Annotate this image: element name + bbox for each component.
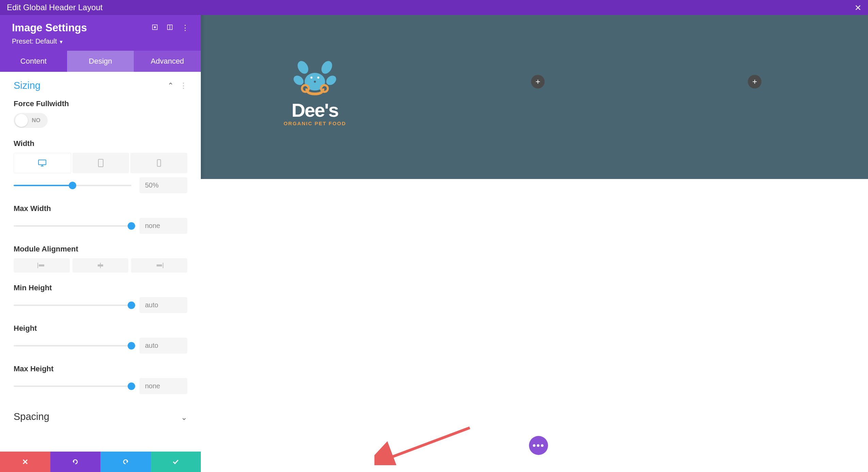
more-icon[interactable]: ⋮ — [181, 23, 189, 32]
svg-rect-10 — [39, 264, 44, 266]
force-fullwidth-label: Force Fullwidth — [14, 99, 187, 108]
svg-rect-7 — [98, 159, 103, 167]
workspace: Image Settings ⋮ Preset: Default ▼ Conte… — [0, 15, 868, 472]
max-width-slider[interactable] — [14, 225, 131, 227]
settings-sidebar: Image Settings ⋮ Preset: Default ▼ Conte… — [0, 15, 201, 472]
svg-point-18 — [319, 59, 334, 76]
svg-rect-12 — [98, 264, 103, 266]
min-height-value[interactable]: auto — [140, 297, 187, 313]
width-label: Width — [14, 139, 187, 148]
undo-button[interactable] — [50, 452, 101, 472]
module-alignment-label: Module Alignment — [14, 245, 187, 254]
min-height-label: Min Height — [14, 283, 187, 292]
sidebar-header: Image Settings ⋮ Preset: Default ▼ — [0, 15, 201, 51]
min-height-slider[interactable] — [14, 305, 131, 306]
section-more-icon[interactable]: ⋮ — [180, 81, 187, 90]
add-column-button-2[interactable]: + — [748, 75, 761, 88]
section-spacing[interactable]: Spacing ⌃ — [0, 403, 201, 428]
panel-body: Sizing ⌃ ⋮ Force Fullwidth NO Width — [0, 72, 201, 472]
device-phone-tab[interactable] — [130, 153, 187, 173]
arrow-annotation — [374, 424, 477, 465]
width-value[interactable]: 50% — [140, 177, 187, 193]
chevron-down-icon: ⌃ — [181, 412, 187, 421]
tabs: Content Design Advanced — [0, 51, 201, 72]
top-bar-title: Edit Global Header Layout — [7, 3, 103, 12]
canvas: Dee's ORGANIC PET FOOD + + ••• — [201, 15, 868, 472]
svg-text:ORGANIC PET FOOD: ORGANIC PET FOOD — [284, 120, 346, 126]
height-value[interactable]: auto — [140, 338, 187, 354]
tab-content[interactable]: Content — [0, 51, 67, 72]
align-right-tab[interactable] — [131, 258, 187, 273]
device-desktop-tab[interactable] — [14, 153, 71, 173]
svg-text:Dee's: Dee's — [291, 99, 338, 121]
save-button[interactable] — [151, 452, 201, 472]
sidebar-title: Image Settings — [12, 22, 87, 34]
max-height-slider[interactable] — [14, 386, 131, 387]
redo-button[interactable] — [100, 452, 151, 472]
svg-point-17 — [295, 59, 310, 76]
svg-point-24 — [314, 81, 316, 83]
svg-rect-4 — [38, 160, 46, 165]
device-tablet-tab[interactable] — [73, 153, 129, 173]
max-width-value[interactable]: none — [140, 218, 187, 234]
svg-point-23 — [317, 77, 319, 79]
logo[interactable]: Dee's ORGANIC PET FOOD — [276, 55, 354, 139]
chevron-up-icon: ⌃ — [167, 81, 174, 90]
max-width-label: Max Width — [14, 204, 187, 213]
svg-point-22 — [310, 77, 312, 79]
svg-rect-13 — [163, 263, 163, 268]
svg-rect-14 — [157, 264, 162, 266]
width-slider[interactable] — [14, 185, 131, 186]
svg-rect-9 — [37, 263, 38, 268]
cancel-button[interactable] — [0, 452, 50, 472]
fab-more-button[interactable]: ••• — [529, 436, 548, 455]
section-sizing[interactable]: Sizing ⌃ ⋮ — [0, 72, 201, 97]
header-preview[interactable]: Dee's ORGANIC PET FOOD + + — [201, 15, 868, 179]
max-height-value[interactable]: none — [140, 378, 187, 394]
svg-line-30 — [388, 428, 470, 458]
preset-selector[interactable]: Preset: Default ▼ — [12, 37, 189, 45]
force-fullwidth-toggle[interactable]: NO — [14, 113, 48, 128]
focus-icon[interactable] — [151, 24, 158, 32]
tab-design[interactable]: Design — [67, 51, 134, 72]
align-left-tab[interactable] — [14, 258, 70, 273]
align-center-tab[interactable] — [73, 258, 129, 273]
close-icon[interactable]: × — [855, 1, 861, 14]
height-label: Height — [14, 324, 187, 333]
svg-rect-8 — [157, 160, 161, 166]
tab-advanced[interactable]: Advanced — [134, 51, 201, 72]
height-slider[interactable] — [14, 345, 131, 346]
column-icon[interactable] — [166, 24, 173, 32]
shadow — [201, 15, 205, 179]
bottom-buttons — [0, 452, 201, 472]
add-column-button-1[interactable]: + — [531, 75, 545, 88]
svg-point-1 — [154, 27, 156, 28]
top-bar: Edit Global Header Layout × — [0, 0, 868, 15]
max-height-label: Max Height — [14, 364, 187, 373]
